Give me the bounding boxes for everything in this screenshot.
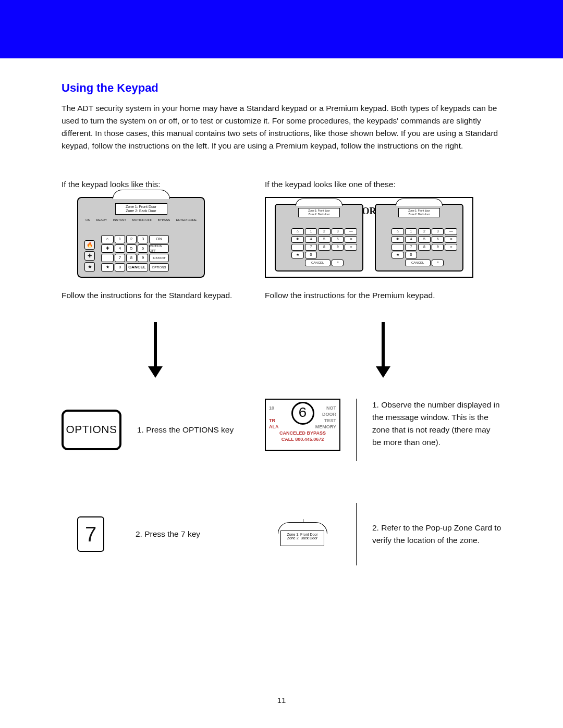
arrow-down-icon [148,366,163,378]
standard-caption: If the keypad looks like this: [62,178,249,191]
keypad-button: 5 [126,244,137,253]
premium-lcd-line: Zone 1: Front door [399,209,439,213]
fire-icon: 🔥 [84,240,95,250]
standard-step1-text: 1. Press the OPTIONS key [137,424,234,436]
seven-key-illustration: 7 [77,516,104,552]
standard-step2-text: 2. Press the 7 key [136,528,200,540]
header-blue-band [0,0,563,58]
keypad-button: 7 [115,254,125,262]
intro-paragraph: The ADT security system in your home may… [62,102,501,152]
or-label: OR [362,204,376,219]
premium-keypad-illustration: OR Zone 1: Front door Zone 2: Back door … [265,197,473,278]
keypad-button: 1 [115,235,125,243]
premium-follow: Follow the instructions for the Premium … [265,289,501,302]
key-icon: ⌂ [101,235,114,243]
standard-lcd-line1: Zone 1: Front Door [117,205,166,209]
led-label: ON [85,218,90,223]
key-icon: ✚ [101,244,114,253]
message-window-illustration: 6 10NOT DOOR TRTEST ALAMEMORY CANCELED B… [265,399,340,451]
led-label: BYPASS [158,218,170,223]
zone-digit: 6 [291,402,314,425]
page-number: 11 [0,694,563,706]
premium-step2-text: 2. Refer to the Pop-up Zone Card to veri… [372,522,501,547]
keypad-button: INSTANT [149,254,169,262]
keypad-button: 2 [126,235,137,243]
zone-card-line: Zone 1: Front Door [283,533,322,537]
keypad-button: 4 [115,244,125,253]
led-label: ENTER CODE [176,218,197,223]
keypad-button: 8 [126,254,137,262]
section-heading: Using the Keypad [62,79,501,97]
keypad-button: 3 [138,235,148,243]
keypad-button: 0 [115,263,125,272]
premium-caption: If the keypad looks like one of these: [265,178,501,191]
keypad-button: ON [149,235,169,243]
zone-card-line: Zone 2: Back Door [283,536,322,540]
keypad-button: 6 [138,244,148,253]
led-label: MOTION OFF [132,218,152,223]
step-separator [356,503,357,565]
police-icon: ★ [84,262,95,272]
led-label: READY [96,218,107,223]
arrow-down-icon [376,366,390,378]
premium-lcd-line: Zone 1: Front door [299,209,339,213]
led-label: INSTANT [113,218,126,223]
standard-lcd-line2: Zone 2: Back Door [117,209,166,213]
premium-lcd-line: Zone 2: Back door [299,213,339,217]
step-separator [356,399,357,461]
options-key-illustration: OPTIONS [62,410,121,450]
popup-zone-card-illustration: Zone 1: Front Door Zone 2: Back Door [278,522,327,546]
premium-lcd-line: Zone 2: Back door [399,213,439,217]
keypad-button: CANCEL [126,263,148,272]
medical-icon: ✚ [84,251,95,261]
keypad-button: 9 [138,254,148,262]
keypad-button: MOTION OFF [149,244,169,253]
key-icon: ★ [101,263,114,272]
keypad-button: OPTIONS [149,263,169,272]
standard-follow: Follow the instructions for the Standard… [62,289,249,302]
premium-step1-text: 1. Observe the number displayed in the m… [372,399,501,449]
standard-keypad-illustration: Zone 1: Front Door Zone 2: Back Door ON … [77,197,205,278]
